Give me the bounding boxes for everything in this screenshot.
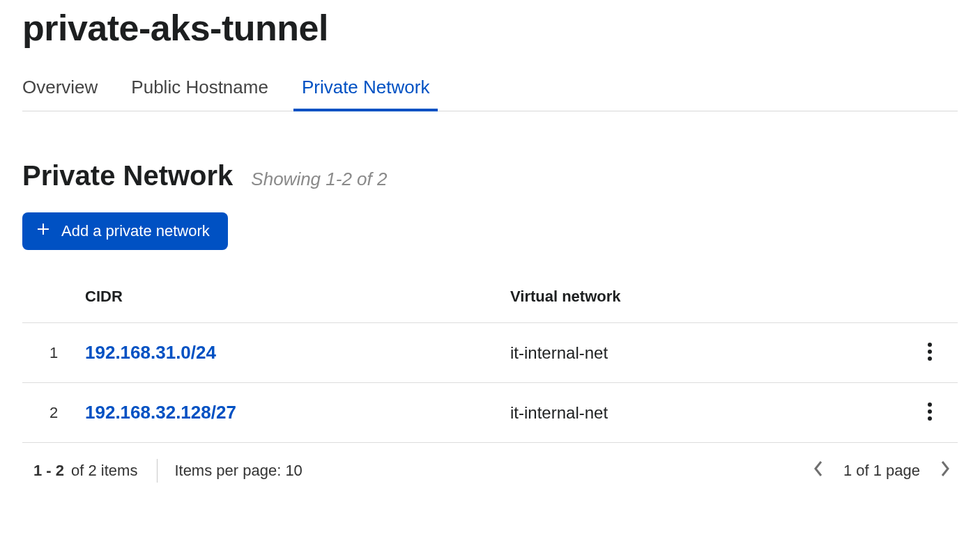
pagination-range: 1 - 2	[33, 462, 64, 480]
add-private-network-button[interactable]: Add a private network	[22, 212, 228, 250]
kebab-icon	[927, 342, 933, 364]
table-header: CIDR Virtual network	[22, 278, 958, 323]
row-actions-menu[interactable]	[917, 400, 942, 425]
pagination-divider	[157, 459, 158, 483]
svg-point-6	[928, 409, 932, 414]
row-index: 1	[22, 344, 85, 362]
row-index: 2	[22, 404, 85, 422]
private-network-table: CIDR Virtual network 1 192.168.31.0/24 i…	[22, 278, 958, 443]
add-private-network-label: Add a private network	[61, 222, 210, 240]
table-row: 1 192.168.31.0/24 it-internal-net	[22, 323, 958, 383]
svg-point-7	[928, 416, 932, 421]
pagination-per-page[interactable]: Items per page: 10	[174, 462, 302, 480]
column-cidr: CIDR	[85, 288, 510, 306]
pagination-next-button[interactable]	[933, 458, 958, 483]
page-title: private-aks-tunnel	[0, 0, 980, 70]
section-showing: Showing 1-2 of 2	[251, 169, 387, 190]
pagination-prev-button[interactable]	[806, 458, 831, 483]
svg-point-2	[928, 343, 932, 347]
chevron-left-icon	[812, 459, 825, 483]
plus-icon	[35, 221, 52, 242]
row-actions-menu[interactable]	[917, 341, 942, 366]
svg-point-3	[928, 350, 932, 354]
pagination-of-items: of 2 items	[71, 462, 137, 480]
tab-public-hostname[interactable]: Public Hostname	[131, 70, 268, 111]
vnet-value: it-internal-net	[510, 343, 902, 363]
tab-overview[interactable]: Overview	[22, 70, 98, 111]
tab-private-network[interactable]: Private Network	[302, 70, 430, 111]
svg-point-4	[928, 357, 932, 361]
tabs: Overview Public Hostname Private Network	[22, 70, 958, 111]
section-title: Private Network	[22, 160, 233, 192]
table-row: 2 192.168.32.128/27 it-internal-net	[22, 383, 958, 443]
chevron-right-icon	[939, 459, 951, 483]
cidr-link[interactable]: 192.168.31.0/24	[85, 342, 510, 364]
pagination-page-of: 1 of 1 page	[843, 462, 920, 480]
cidr-link[interactable]: 192.168.32.128/27	[85, 402, 510, 423]
pagination: 1 - 2 of 2 items Items per page: 10 1 of…	[0, 443, 980, 483]
vnet-value: it-internal-net	[510, 403, 902, 423]
kebab-icon	[927, 402, 933, 424]
column-vnet: Virtual network	[510, 288, 902, 306]
svg-point-5	[928, 403, 932, 407]
